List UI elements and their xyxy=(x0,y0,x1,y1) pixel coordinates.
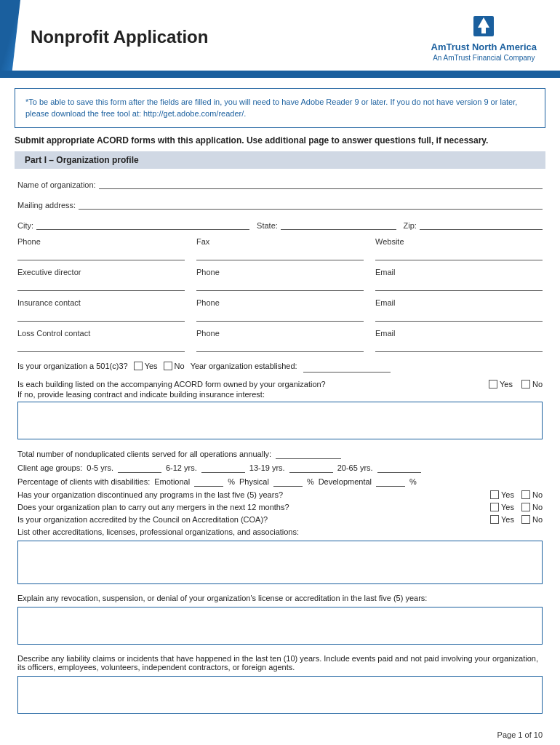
age-0-5-input xyxy=(118,463,161,473)
accreditations-textarea[interactable] xyxy=(17,541,543,584)
page-header: Nonprofit Application AmTrust North Amer… xyxy=(0,0,560,73)
loss-email-input[interactable] xyxy=(375,339,543,352)
mergers-yes-checkbox[interactable] xyxy=(490,503,499,511)
disabilities-row: Percentage of clients with disabilities:… xyxy=(17,477,543,487)
loss-phone-input[interactable] xyxy=(196,339,364,352)
ins-phone-input[interactable] xyxy=(196,308,364,322)
zip-input[interactable] xyxy=(420,217,543,230)
discontinued-yes-group: Yes xyxy=(490,490,514,499)
city-input[interactable] xyxy=(36,217,249,230)
loss-phone-label: Phone xyxy=(196,329,364,338)
building-checks: Yes No xyxy=(489,380,543,389)
ins-email-label: Email xyxy=(375,298,543,307)
c501-row: Is your organization a 501(c)3? Yes No Y… xyxy=(17,359,543,372)
page-number-text: Page 1 of 10 xyxy=(497,730,543,739)
building-no-checkbox[interactable] xyxy=(521,380,530,389)
logo-company-name: AmTrust North America xyxy=(431,41,537,54)
svg-rect-2 xyxy=(481,28,486,33)
part1-label: Part I – Organization profile xyxy=(25,155,139,165)
website-input[interactable] xyxy=(375,247,543,260)
fax-label: Fax xyxy=(196,237,364,246)
building-textarea[interactable] xyxy=(17,402,543,439)
age-13-19-input xyxy=(289,463,333,473)
clients-label: Total number of nonduplicated clients se… xyxy=(17,450,271,458)
phone-label: Phone xyxy=(17,237,185,246)
building-yes-checkbox[interactable] xyxy=(489,380,497,389)
mergers-no-label: No xyxy=(532,503,543,511)
loss-contact-input[interactable] xyxy=(17,339,185,352)
ins-email-input[interactable] xyxy=(375,308,543,322)
form-area: Name of organization: Mailing address: C… xyxy=(0,176,560,723)
age-0-5: 0-5 yrs. xyxy=(87,463,113,472)
ins-contact-input[interactable] xyxy=(17,308,185,322)
notice-text: *To be able to save this form after the … xyxy=(25,97,517,119)
claims-textarea[interactable] xyxy=(17,676,543,714)
header-accent xyxy=(0,0,20,71)
c501-yes-checkbox[interactable] xyxy=(134,362,143,370)
revocation-label: Explain any revocation, suspension, or d… xyxy=(17,594,543,602)
disabilities-label: Percentage of clients with disabilities: xyxy=(17,477,150,486)
coa-no-group: No xyxy=(521,515,543,524)
mergers-yes-label: Yes xyxy=(501,503,514,511)
ins-contact-label: Insurance contact xyxy=(17,298,185,307)
ins-phone-label: Phone xyxy=(196,298,364,307)
website-label: Website xyxy=(375,237,543,246)
ins-contact-row: Insurance contact Phone Email xyxy=(17,298,543,322)
loss-control-row: Loss Control contact Phone Email xyxy=(17,329,543,352)
c501-no-label: No xyxy=(175,362,185,370)
city-label: City: xyxy=(17,221,33,230)
exec-email-group: Email xyxy=(375,268,543,291)
building-q2: If no, provide leasing contract and indi… xyxy=(17,390,489,399)
building-yes-label: Yes xyxy=(500,380,513,389)
discontinued-no-checkbox[interactable] xyxy=(521,490,530,499)
phone-fax-website-row: Phone Fax Website xyxy=(17,237,543,260)
claims-label: Describe any liability claims or inciden… xyxy=(17,654,543,672)
name-input[interactable] xyxy=(99,176,543,189)
exec-phone-input[interactable] xyxy=(196,278,364,291)
fax-group: Fax xyxy=(196,237,364,260)
exec-dir-group: Executive director xyxy=(17,268,185,291)
ins-email-group: Email xyxy=(375,298,543,322)
coa-yes-group: Yes xyxy=(490,515,514,524)
loss-contact-label: Loss Control contact xyxy=(17,329,185,338)
logo-area: AmTrust North America An AmTrust Financi… xyxy=(431,13,537,62)
exec-phone-label: Phone xyxy=(196,268,364,276)
pct3: % xyxy=(409,477,417,486)
exec-email-input[interactable] xyxy=(375,278,543,291)
submit-text: Submit appropriate ACORD forms with this… xyxy=(15,135,488,146)
exec-dir-label: Executive director xyxy=(17,268,185,276)
clients-row: Total number of nonduplicated clients se… xyxy=(17,449,543,459)
discontinued-q: Has your organization discontinued any p… xyxy=(17,490,283,499)
exec-dir-input[interactable] xyxy=(17,278,185,291)
coa-yes-checkbox[interactable] xyxy=(490,515,499,524)
building-question-text: Is each building listed on the accompany… xyxy=(17,380,489,399)
emotional-label: Emotional xyxy=(154,477,190,486)
revocation-textarea[interactable] xyxy=(17,607,543,645)
page-number: Page 1 of 10 xyxy=(0,723,560,745)
state-group: State: xyxy=(257,217,396,230)
mergers-no-checkbox[interactable] xyxy=(521,503,530,511)
pct2: % xyxy=(307,477,314,486)
coa-checks: Yes No xyxy=(490,515,543,524)
c501-label: Is your organization a 501(c)3? xyxy=(17,362,128,370)
age-13-19: 13-19 yrs. xyxy=(249,463,285,472)
part1-section-header: Part I – Organization profile xyxy=(15,151,545,169)
exec-dir-row: Executive director Phone Email xyxy=(17,268,543,291)
state-input[interactable] xyxy=(281,217,396,230)
loss-email-group: Email xyxy=(375,329,543,352)
city-state-zip-row: City: State: Zip: xyxy=(17,217,543,230)
loss-phone-group: Phone xyxy=(196,329,364,352)
year-established-input[interactable] xyxy=(303,359,391,372)
c501-no-checkbox[interactable] xyxy=(164,362,172,370)
coa-no-checkbox[interactable] xyxy=(521,515,530,524)
discontinued-yes-checkbox[interactable] xyxy=(490,490,499,499)
phone-input[interactable] xyxy=(17,247,185,260)
loss-contact-group: Loss Control contact xyxy=(17,329,185,352)
adobe-notice-box: *To be able to save this form after the … xyxy=(15,88,545,128)
c501-yes-group: Yes xyxy=(134,362,158,370)
fax-input[interactable] xyxy=(196,247,364,260)
accreditations-label: List other accreditations, licenses, pro… xyxy=(17,527,543,536)
mergers-q: Does your organization plan to carry out… xyxy=(17,503,289,511)
mailing-input[interactable] xyxy=(79,196,543,210)
age-6-12-input xyxy=(201,463,245,473)
